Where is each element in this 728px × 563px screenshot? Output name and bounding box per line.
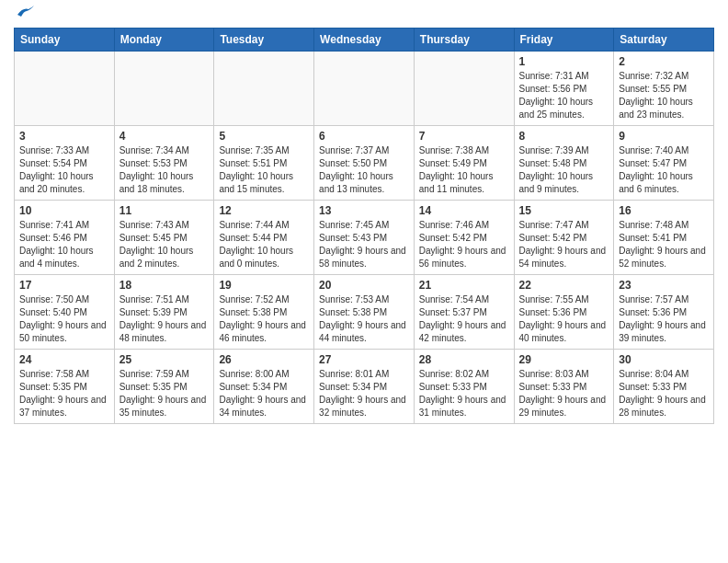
day-info: Sunrise: 7:37 AM Sunset: 5:50 PM Dayligh… bbox=[319, 144, 409, 196]
day-info: Sunrise: 7:39 AM Sunset: 5:48 PM Dayligh… bbox=[519, 144, 609, 196]
week-row-5: 24Sunrise: 7:58 AM Sunset: 5:35 PM Dayli… bbox=[15, 350, 714, 424]
week-row-2: 3Sunrise: 7:33 AM Sunset: 5:54 PM Daylig… bbox=[15, 126, 714, 201]
day-number: 5 bbox=[219, 130, 309, 143]
day-number: 3 bbox=[19, 130, 109, 143]
day-info: Sunrise: 8:02 AM Sunset: 5:33 PM Dayligh… bbox=[419, 368, 509, 419]
day-number: 24 bbox=[19, 353, 109, 366]
calendar-cell: 27Sunrise: 8:01 AM Sunset: 5:34 PM Dayli… bbox=[314, 350, 415, 424]
calendar-cell: 6Sunrise: 7:37 AM Sunset: 5:50 PM Daylig… bbox=[314, 126, 415, 201]
calendar-cell: 4Sunrise: 7:34 AM Sunset: 5:53 PM Daylig… bbox=[114, 126, 214, 201]
weekday-wednesday: Wednesday bbox=[314, 29, 415, 52]
day-info: Sunrise: 7:51 AM Sunset: 5:39 PM Dayligh… bbox=[119, 293, 210, 345]
day-info: Sunrise: 7:54 AM Sunset: 5:37 PM Dayligh… bbox=[419, 293, 509, 345]
day-info: Sunrise: 7:45 AM Sunset: 5:43 PM Dayligh… bbox=[319, 219, 409, 270]
day-info: Sunrise: 8:01 AM Sunset: 5:34 PM Dayligh… bbox=[319, 368, 409, 419]
day-number: 8 bbox=[519, 130, 609, 143]
day-number: 9 bbox=[619, 130, 709, 143]
calendar-cell: 11Sunrise: 7:43 AM Sunset: 5:45 PM Dayli… bbox=[114, 201, 214, 275]
calendar-cell: 21Sunrise: 7:54 AM Sunset: 5:37 PM Dayli… bbox=[414, 275, 514, 350]
calendar-table: SundayMondayTuesdayWednesdayThursdayFrid… bbox=[14, 28, 714, 424]
calendar-cell: 18Sunrise: 7:51 AM Sunset: 5:39 PM Dayli… bbox=[114, 275, 214, 350]
calendar-cell bbox=[314, 52, 415, 126]
calendar-cell: 20Sunrise: 7:53 AM Sunset: 5:38 PM Dayli… bbox=[314, 275, 415, 350]
day-info: Sunrise: 7:50 AM Sunset: 5:40 PM Dayligh… bbox=[19, 293, 109, 345]
day-number: 19 bbox=[219, 279, 309, 292]
logo-bird-icon bbox=[16, 6, 36, 22]
day-info: Sunrise: 7:48 AM Sunset: 5:41 PM Dayligh… bbox=[619, 219, 709, 270]
day-number: 15 bbox=[519, 204, 609, 217]
day-info: Sunrise: 7:58 AM Sunset: 5:35 PM Dayligh… bbox=[19, 368, 109, 419]
day-info: Sunrise: 7:40 AM Sunset: 5:47 PM Dayligh… bbox=[619, 144, 709, 196]
calendar-cell: 30Sunrise: 8:04 AM Sunset: 5:33 PM Dayli… bbox=[614, 350, 714, 424]
day-info: Sunrise: 7:47 AM Sunset: 5:42 PM Dayligh… bbox=[519, 219, 609, 270]
day-number: 7 bbox=[419, 130, 509, 143]
calendar-cell bbox=[114, 52, 214, 126]
calendar-cell: 13Sunrise: 7:45 AM Sunset: 5:43 PM Dayli… bbox=[314, 201, 415, 275]
calendar-cell: 19Sunrise: 7:52 AM Sunset: 5:38 PM Dayli… bbox=[214, 275, 314, 350]
day-number: 2 bbox=[619, 55, 709, 68]
day-number: 12 bbox=[219, 204, 309, 217]
day-number: 30 bbox=[619, 353, 709, 366]
day-number: 18 bbox=[119, 279, 210, 292]
calendar-page: SundayMondayTuesdayWednesdayThursdayFrid… bbox=[0, 0, 728, 433]
day-info: Sunrise: 8:03 AM Sunset: 5:33 PM Dayligh… bbox=[519, 368, 609, 419]
weekday-tuesday: Tuesday bbox=[214, 29, 314, 52]
day-info: Sunrise: 7:35 AM Sunset: 5:51 PM Dayligh… bbox=[219, 144, 309, 196]
day-number: 21 bbox=[419, 279, 509, 292]
calendar-cell: 9Sunrise: 7:40 AM Sunset: 5:47 PM Daylig… bbox=[614, 126, 714, 201]
calendar-cell: 16Sunrise: 7:48 AM Sunset: 5:41 PM Dayli… bbox=[614, 201, 714, 275]
calendar-cell: 28Sunrise: 8:02 AM Sunset: 5:33 PM Dayli… bbox=[414, 350, 514, 424]
day-info: Sunrise: 7:44 AM Sunset: 5:44 PM Dayligh… bbox=[219, 219, 309, 270]
calendar-cell: 3Sunrise: 7:33 AM Sunset: 5:54 PM Daylig… bbox=[15, 126, 115, 201]
header bbox=[14, 9, 714, 22]
day-number: 13 bbox=[319, 204, 409, 217]
day-number: 25 bbox=[119, 353, 210, 366]
day-number: 22 bbox=[519, 279, 609, 292]
calendar-cell: 22Sunrise: 7:55 AM Sunset: 5:36 PM Dayli… bbox=[514, 275, 614, 350]
day-number: 1 bbox=[519, 55, 609, 68]
logo bbox=[14, 13, 36, 22]
weekday-saturday: Saturday bbox=[614, 29, 714, 52]
weekday-thursday: Thursday bbox=[414, 29, 514, 52]
day-info: Sunrise: 7:41 AM Sunset: 5:46 PM Dayligh… bbox=[19, 219, 109, 270]
calendar-cell: 24Sunrise: 7:58 AM Sunset: 5:35 PM Dayli… bbox=[15, 350, 115, 424]
calendar-cell: 12Sunrise: 7:44 AM Sunset: 5:44 PM Dayli… bbox=[214, 201, 314, 275]
day-info: Sunrise: 7:57 AM Sunset: 5:36 PM Dayligh… bbox=[619, 293, 709, 345]
weekday-friday: Friday bbox=[514, 29, 614, 52]
day-number: 28 bbox=[419, 353, 509, 366]
calendar-cell: 23Sunrise: 7:57 AM Sunset: 5:36 PM Dayli… bbox=[614, 275, 714, 350]
calendar-cell: 5Sunrise: 7:35 AM Sunset: 5:51 PM Daylig… bbox=[214, 126, 314, 201]
day-number: 27 bbox=[319, 353, 409, 366]
day-number: 6 bbox=[319, 130, 409, 143]
day-number: 17 bbox=[19, 279, 109, 292]
day-number: 29 bbox=[519, 353, 609, 366]
day-info: Sunrise: 7:46 AM Sunset: 5:42 PM Dayligh… bbox=[419, 219, 509, 270]
day-info: Sunrise: 7:43 AM Sunset: 5:45 PM Dayligh… bbox=[119, 219, 210, 270]
calendar-cell bbox=[414, 52, 514, 126]
day-number: 10 bbox=[19, 204, 109, 217]
day-info: Sunrise: 7:33 AM Sunset: 5:54 PM Dayligh… bbox=[19, 144, 109, 196]
calendar-cell: 8Sunrise: 7:39 AM Sunset: 5:48 PM Daylig… bbox=[514, 126, 614, 201]
calendar-cell: 2Sunrise: 7:32 AM Sunset: 5:55 PM Daylig… bbox=[614, 52, 714, 126]
day-number: 11 bbox=[119, 204, 210, 217]
calendar-cell: 10Sunrise: 7:41 AM Sunset: 5:46 PM Dayli… bbox=[15, 201, 115, 275]
day-number: 4 bbox=[119, 130, 210, 143]
day-info: Sunrise: 7:32 AM Sunset: 5:55 PM Dayligh… bbox=[619, 70, 709, 121]
week-row-3: 10Sunrise: 7:41 AM Sunset: 5:46 PM Dayli… bbox=[15, 201, 714, 275]
day-info: Sunrise: 7:52 AM Sunset: 5:38 PM Dayligh… bbox=[219, 293, 309, 345]
calendar-cell: 7Sunrise: 7:38 AM Sunset: 5:49 PM Daylig… bbox=[414, 126, 514, 201]
calendar-cell bbox=[15, 52, 115, 126]
calendar-cell bbox=[214, 52, 314, 126]
calendar-cell: 15Sunrise: 7:47 AM Sunset: 5:42 PM Dayli… bbox=[514, 201, 614, 275]
calendar-cell: 14Sunrise: 7:46 AM Sunset: 5:42 PM Dayli… bbox=[414, 201, 514, 275]
calendar-cell: 1Sunrise: 7:31 AM Sunset: 5:56 PM Daylig… bbox=[514, 52, 614, 126]
calendar-cell: 26Sunrise: 8:00 AM Sunset: 5:34 PM Dayli… bbox=[214, 350, 314, 424]
week-row-4: 17Sunrise: 7:50 AM Sunset: 5:40 PM Dayli… bbox=[15, 275, 714, 350]
weekday-sunday: Sunday bbox=[15, 29, 115, 52]
weekday-header-row: SundayMondayTuesdayWednesdayThursdayFrid… bbox=[15, 29, 714, 52]
calendar-cell: 17Sunrise: 7:50 AM Sunset: 5:40 PM Dayli… bbox=[15, 275, 115, 350]
day-info: Sunrise: 8:00 AM Sunset: 5:34 PM Dayligh… bbox=[219, 368, 309, 419]
day-number: 20 bbox=[319, 279, 409, 292]
week-row-1: 1Sunrise: 7:31 AM Sunset: 5:56 PM Daylig… bbox=[15, 52, 714, 126]
day-info: Sunrise: 7:55 AM Sunset: 5:36 PM Dayligh… bbox=[519, 293, 609, 345]
